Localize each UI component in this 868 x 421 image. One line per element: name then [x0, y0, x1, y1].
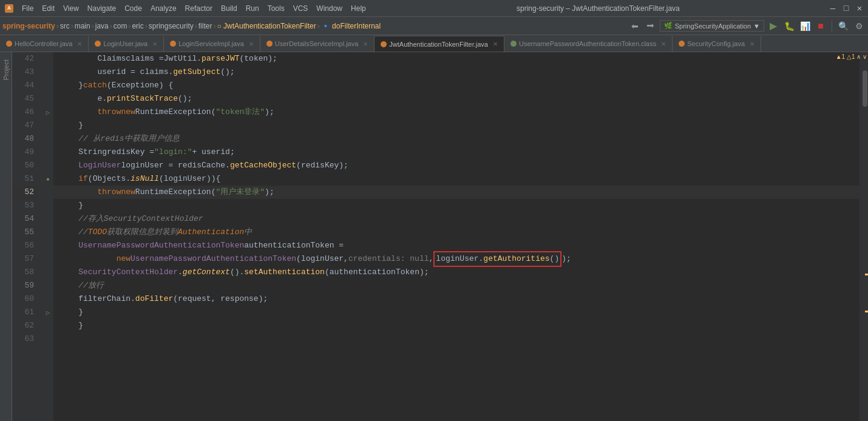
gutter-62 — [42, 319, 53, 332]
menu-refactor[interactable]: Refactor — [181, 3, 216, 14]
code-line-63 — [53, 332, 860, 346]
gutter-arrow-46: ▷ — [46, 109, 50, 116]
tab-close-upat[interactable]: ✕ — [661, 41, 666, 47]
project-label[interactable]: Project — [2, 59, 10, 80]
line-59: 59 — [12, 279, 38, 292]
toolbar-right: ⬅ ⮕ 🌿 SpringSecurityApplication ▼ ▶ 🐛 📊 … — [628, 19, 866, 33]
debug-button[interactable]: 🐛 — [782, 19, 796, 33]
code-line-62: } — [53, 319, 860, 332]
tab-securityconfig[interactable]: SecurityConfig.java ✕ — [673, 36, 761, 52]
breadcrumb-eric: eric — [132, 22, 143, 30]
gutter-60 — [42, 292, 53, 306]
minimize-button[interactable]: — — [829, 5, 836, 12]
code-line-54: //存入SecurityContextHolder — [53, 212, 860, 226]
close-button[interactable]: ✕ — [856, 5, 863, 12]
toolbar-back[interactable]: ⬅ — [628, 19, 642, 33]
tab-close-loginserviceimpl[interactable]: ✕ — [249, 41, 254, 47]
code-line-55: // TODO 获取权限信息封装到 Authentication 中 — [53, 226, 860, 239]
menu-edit[interactable]: Edit — [38, 3, 58, 14]
line-61: 61 — [12, 306, 38, 319]
tab-close-securityconfig[interactable]: ✕ — [750, 41, 754, 47]
code-line-51: if ( Objects . isNull (loginUser)){ — [53, 172, 860, 186]
line-42: 42 — [12, 52, 38, 66]
line-48: 48 — [12, 132, 38, 146]
tab-hellocontroller[interactable]: HelloController.java ✕ — [0, 36, 89, 52]
line-52: 52 — [12, 186, 38, 199]
settings-button[interactable]: ⚙ — [852, 19, 866, 33]
toolbar: spring-security › src › main › java › co… — [0, 17, 868, 35]
code-line-50: LoginUser loginUser = redisCache. getCac… — [53, 159, 860, 172]
error-counter: ▲1 △1 ∧ ∨ — [835, 53, 868, 60]
tab-icon-java2 — [95, 41, 101, 47]
menu-vcs[interactable]: VCS — [290, 3, 312, 14]
menu-view[interactable]: View — [59, 3, 83, 14]
coverage-button[interactable]: 📊 — [798, 19, 812, 33]
menu-build[interactable]: Build — [217, 3, 241, 14]
toolbar-forward[interactable]: ⮕ — [644, 19, 657, 33]
gutter-42 — [42, 52, 53, 66]
tab-close-hellocontroller[interactable]: ✕ — [77, 41, 82, 47]
code-line-56: UsernamePasswordAuthenticationToken auth… — [53, 239, 860, 252]
code-editor[interactable]: 42 43 44 45 46 47 48 49 50 51 52 53 54 5… — [12, 52, 868, 421]
toolbar-sep-1 — [832, 21, 832, 32]
code-gutter: ▷ ◆ ▷ — [42, 52, 53, 421]
menu-file[interactable]: File — [18, 3, 37, 14]
menu-code[interactable]: Code — [121, 3, 146, 14]
menu-tools[interactable]: Tools — [264, 3, 288, 14]
main-area: Project 42 43 44 45 46 47 48 49 50 51 52… — [0, 52, 868, 421]
menu-analyze[interactable]: Analyze — [147, 3, 180, 14]
tab-icon-java3 — [170, 41, 176, 47]
code-line-48: // 从redis中获取用户信息 — [53, 132, 860, 146]
tab-jwtfilter[interactable]: JwtAuthenticationTokenFilter.java ✕ — [375, 36, 504, 52]
tab-close-jwtfilter[interactable]: ✕ — [493, 41, 498, 47]
code-content[interactable]: Claims claims = JwtUtil . parseJWT (toke… — [53, 52, 860, 421]
project-name[interactable]: spring-security — [2, 22, 55, 30]
breadcrumb-method[interactable]: 🔹 doFilterInternal — [321, 22, 381, 30]
maximize-button[interactable]: □ — [843, 5, 850, 12]
gutter-58 — [42, 266, 53, 279]
gutter-45 — [42, 92, 53, 106]
run-button[interactable]: ▶ — [767, 19, 780, 33]
menu-window[interactable]: Window — [313, 3, 346, 14]
search-button[interactable]: 🔍 — [836, 19, 850, 33]
gutter-50 — [42, 159, 53, 172]
menu-bar[interactable]: File Edit View Navigate Code Analyze Ref… — [18, 3, 370, 14]
tab-close-userdetails[interactable]: ✕ — [363, 41, 368, 47]
editor-tabs: HelloController.java ✕ LoginUser.java ✕ … — [0, 35, 868, 52]
tab-icon-java5 — [381, 41, 387, 47]
code-line-46: throw new RuntimeException ( "token非法" )… — [53, 106, 860, 119]
tab-usernamepasswordtoken[interactable]: UsernamePasswordAuthenticationToken.clas… — [504, 36, 673, 52]
project-panel[interactable]: Project — [0, 52, 12, 421]
stop-button[interactable]: ■ — [814, 19, 827, 33]
gutter-47 — [42, 119, 53, 132]
run-config-selector[interactable]: 🌿 SpringSecurityApplication ▼ — [660, 20, 764, 32]
window-title: spring-security – JwtAuthenticationToken… — [370, 4, 827, 13]
tab-loginserviceimpl[interactable]: LoginServiceImpl.java ✕ — [164, 36, 260, 52]
line-58: 58 — [12, 266, 38, 279]
gutter-61: ▷ — [42, 306, 53, 319]
scrollbar-thumb[interactable] — [863, 70, 867, 107]
line-60: 60 — [12, 292, 38, 306]
tab-loginuser[interactable]: LoginUser.java ✕ — [89, 36, 164, 52]
code-line-42: Claims claims = JwtUtil . parseJWT (toke… — [53, 52, 860, 66]
line-63: 63 — [12, 332, 38, 346]
line-49: 49 — [12, 146, 38, 159]
menu-help[interactable]: Help — [347, 3, 370, 14]
menu-navigate[interactable]: Navigate — [84, 3, 120, 14]
tab-close-loginuser[interactable]: ✕ — [152, 41, 157, 47]
gutter-56 — [42, 239, 53, 252]
line-47: 47 — [12, 119, 38, 132]
tab-userdetailsserviceimpl[interactable]: UserDetailsServiceImpl.java ✕ — [260, 36, 375, 52]
breadcrumb-main: main — [75, 22, 90, 30]
gutter-43 — [42, 66, 53, 79]
right-scrollbar[interactable]: ▲1 △1 ∧ ∨ — [860, 52, 868, 421]
line-50: 50 — [12, 159, 38, 172]
tab-icon-java4 — [266, 41, 273, 47]
menu-run[interactable]: Run — [242, 3, 263, 14]
line-53: 53 — [12, 199, 38, 212]
code-line-61: } — [53, 306, 860, 319]
warning-marker2 — [865, 311, 868, 312]
breadcrumb-class[interactable]: ○ JwtAuthenticationTokenFilter — [217, 22, 316, 30]
breadcrumb-springsecurity: springsecurity — [149, 22, 194, 30]
line-57: 57 — [12, 252, 38, 266]
